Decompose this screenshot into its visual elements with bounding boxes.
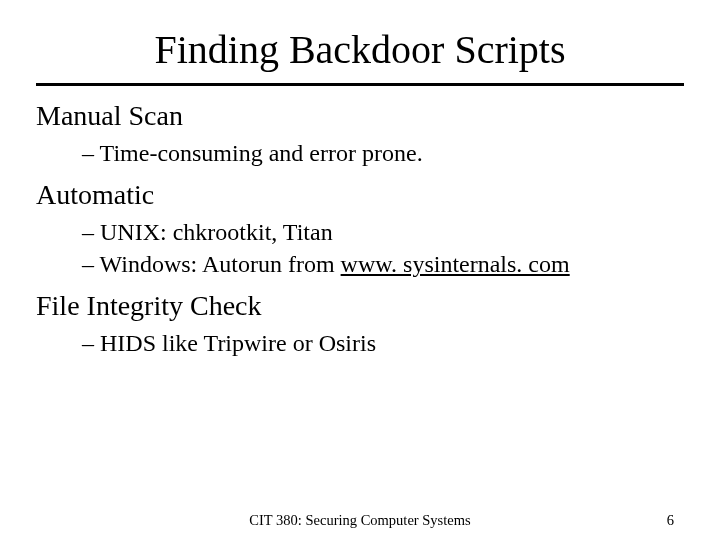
footer-page-number: 6 [667, 512, 674, 529]
bullet-list: – UNIX: chkrootkit, Titan – Windows: Aut… [82, 217, 684, 280]
bullet-item: – UNIX: chkrootkit, Titan [82, 217, 684, 248]
bullet-dash: – [82, 219, 100, 245]
section-heading-file-integrity: File Integrity Check [36, 290, 684, 322]
slide-title: Finding Backdoor Scripts [36, 26, 684, 73]
bullet-list: – Time-consuming and error prone. [82, 138, 684, 169]
bullet-text: UNIX: chkrootkit, Titan [100, 219, 333, 245]
bullet-list: – HIDS like Tripwire or Osiris [82, 328, 684, 359]
bullet-text: HIDS like Tripwire or Osiris [100, 330, 376, 356]
bullet-text-pre: Windows: Autorun from [100, 251, 341, 277]
sysinternals-link[interactable]: www. sysinternals. com [341, 251, 570, 277]
bullet-item: – Time-consuming and error prone. [82, 138, 684, 169]
bullet-dash: – [82, 140, 100, 166]
bullet-dash: – [82, 330, 100, 356]
title-rule [36, 83, 684, 86]
section-heading-automatic: Automatic [36, 179, 684, 211]
bullet-item: – Windows: Autorun from www. sysinternal… [82, 249, 684, 280]
footer-course: CIT 380: Securing Computer Systems [0, 512, 720, 529]
bullet-text: Time-consuming and error prone. [100, 140, 423, 166]
bullet-item: – HIDS like Tripwire or Osiris [82, 328, 684, 359]
slide: Finding Backdoor Scripts Manual Scan – T… [0, 0, 720, 540]
section-heading-manual-scan: Manual Scan [36, 100, 684, 132]
bullet-dash: – [82, 251, 100, 277]
